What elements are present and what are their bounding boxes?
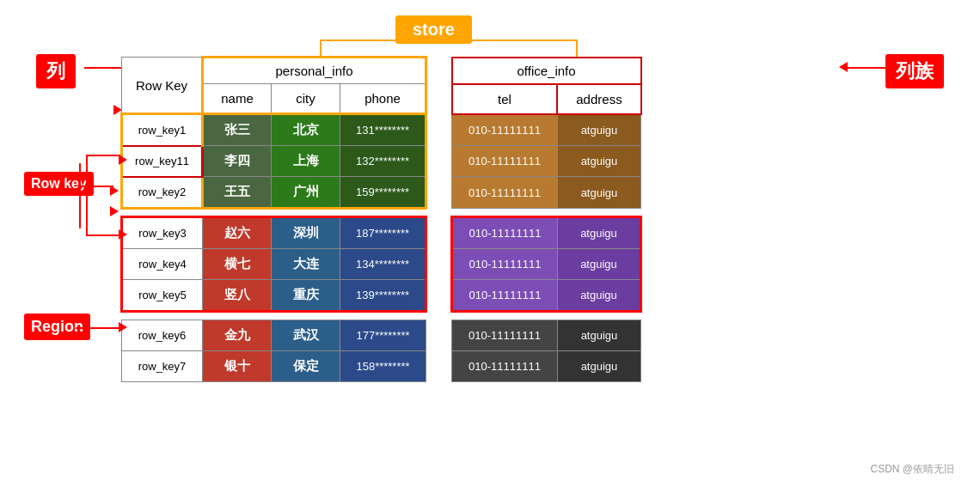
row-key-cell: row_key3: [122, 217, 203, 249]
table-row: row_key4 横七 大连 134******** 010-11111111 …: [122, 249, 641, 280]
address-col-header: address: [557, 84, 640, 114]
phone-data-cell: 158********: [340, 351, 426, 382]
address-data-cell: atguigu: [557, 146, 640, 177]
phone-data-cell: 139********: [340, 280, 426, 312]
spacer-row: [122, 312, 641, 320]
phone-data-cell: 131********: [340, 114, 426, 146]
city-data-cell: 上海: [272, 146, 340, 177]
liezu-label: 列族: [885, 54, 944, 88]
row-key-cell: row_key5: [122, 280, 203, 312]
office-info-header: office_info: [452, 58, 641, 84]
tel-col-header: tel: [452, 84, 558, 114]
personal-info-header: personal_info: [203, 58, 426, 84]
row-key-cell: row_key1: [122, 114, 203, 146]
name-data-cell: 金九: [203, 320, 272, 351]
rowkey-label: Row key: [24, 172, 94, 196]
lie-label: 列: [36, 54, 76, 88]
spacer-row: [122, 209, 641, 217]
table-row: row_key11 李四 上海 132******** 010-11111111…: [122, 146, 641, 177]
tel-data-cell: 010-11111111: [452, 249, 558, 280]
watermark: CSDN @依晴无旧: [870, 462, 954, 477]
name-data-cell: 李四: [203, 146, 272, 177]
row-key-cell: row_key2: [122, 177, 203, 209]
city-data-cell: 武汉: [272, 320, 340, 351]
name-data-cell: 横七: [203, 249, 272, 280]
tel-data-cell: 010-11111111: [452, 217, 558, 249]
name-data-cell: 赵六: [203, 217, 272, 249]
table-row: row_key7 银十 保定 158******** 010-11111111 …: [122, 351, 641, 382]
phone-col-header: phone: [340, 84, 426, 114]
phone-data-cell: 134********: [340, 249, 426, 280]
tel-data-cell: 010-11111111: [452, 280, 558, 312]
city-data-cell: 北京: [272, 114, 340, 146]
table-row: row_key1 张三 北京 131******** 010-11111111 …: [122, 114, 641, 146]
city-data-cell: 大连: [272, 249, 340, 280]
address-data-cell: atguigu: [557, 351, 640, 382]
city-data-cell: 深圳: [272, 217, 340, 249]
address-data-cell: atguigu: [557, 217, 640, 249]
row-key-cell: row_key6: [122, 320, 203, 351]
name-col-header: name: [203, 84, 272, 114]
rowkey-header: Row Key: [122, 58, 203, 114]
row-key-cell: row_key4: [122, 249, 203, 280]
tel-data-cell: 010-11111111: [452, 320, 558, 351]
tel-data-cell: 010-11111111: [452, 146, 558, 177]
diagram: store 列 列族 Row key Region Ro: [17, 9, 963, 481]
tel-data-cell: 010-11111111: [452, 177, 558, 209]
phone-data-cell: 159********: [340, 177, 426, 209]
city-data-cell: 广州: [272, 177, 340, 209]
table-row: row_key6 金九 武汉 177******** 010-11111111 …: [122, 320, 641, 351]
main-table: Row Key personal_info office_info name c…: [120, 56, 642, 382]
phone-data-cell: 132********: [340, 146, 426, 177]
row-key-cell: row_key7: [122, 351, 203, 382]
address-data-cell: atguigu: [557, 249, 640, 280]
phone-data-cell: 187********: [340, 217, 426, 249]
city-data-cell: 保定: [272, 351, 340, 382]
row-key-cell: row_key11: [122, 146, 203, 177]
address-data-cell: atguigu: [557, 114, 640, 146]
tel-data-cell: 010-11111111: [452, 114, 558, 146]
name-data-cell: 银十: [203, 351, 272, 382]
table-row: row_key3 赵六 深圳 187******** 010-11111111 …: [122, 217, 641, 249]
table-row: row_key2 王五 广州 159******** 010-11111111 …: [122, 177, 641, 209]
address-data-cell: atguigu: [557, 280, 640, 312]
family-header-row: Row Key personal_info office_info: [122, 58, 641, 84]
address-data-cell: atguigu: [557, 320, 640, 351]
city-col-header: city: [272, 84, 340, 114]
city-data-cell: 重庆: [272, 280, 340, 312]
phone-data-cell: 177********: [340, 320, 426, 351]
table-row: row_key5 竖八 重庆 139******** 010-11111111 …: [122, 280, 641, 312]
address-data-cell: atguigu: [557, 177, 640, 209]
name-data-cell: 王五: [203, 177, 272, 209]
name-data-cell: 竖八: [203, 280, 272, 312]
name-data-cell: 张三: [203, 114, 272, 146]
tel-data-cell: 010-11111111: [452, 351, 558, 382]
main-container: store 列 列族 Row key Region Ro: [0, 0, 980, 487]
